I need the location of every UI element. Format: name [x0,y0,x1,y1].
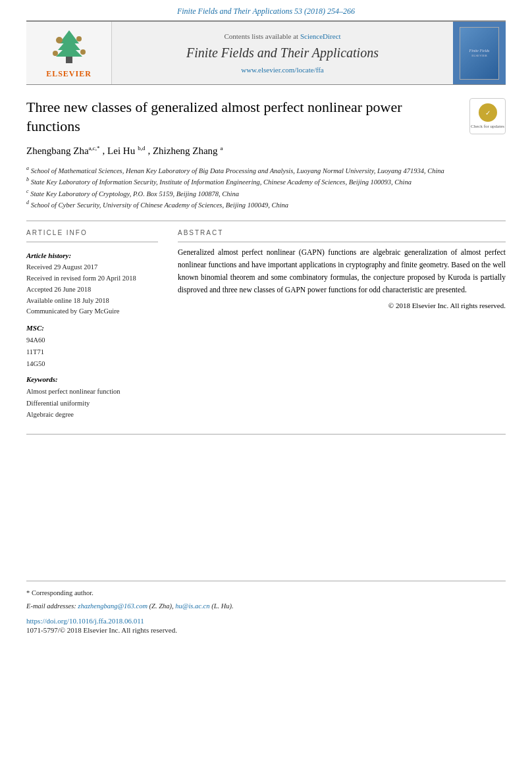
journal-url[interactable]: www.elsevier.com/locate/ffa [241,66,324,74]
contents-label: Contents lists available at [224,32,298,40]
article-history-block: Article history: Received 29 August 2017… [26,242,158,317]
svg-point-6 [53,51,58,56]
journal-banner: ELSEVIER Contents lists available at Sci… [26,20,506,85]
keyword-2: Differential uniformity [26,398,158,409]
received-date: Received 29 August 2017 [26,262,158,273]
check-updates-icon: ✓ [479,103,497,122]
comma-2: , Zhizheng Zhang [147,145,217,156]
sciencedirect-line: Contents lists available at ScienceDirec… [224,32,340,40]
affiliation-a: a School of Mathematical Sciences, Henan… [26,165,506,176]
rights-line: 1071-5797/© 2018 Elsevier Inc. All right… [26,626,506,634]
article-info-abstract: ARTICLE INFO Article history: Received 2… [26,229,506,421]
footer: * Corresponding author. E-mail addresses… [26,581,506,634]
article-info-col: ARTICLE INFO Article history: Received 2… [26,229,158,421]
journal-cover: Finite Fields ELSEVIER [453,22,506,84]
authors-line: Zhengbang Zhaa,c,*, Lei Hub,d, Zhizheng … [26,145,506,157]
abstract-block: Generalized almost perfect nonlinear (GA… [178,242,506,309]
doi-link[interactable]: https://doi.org/10.1016/j.ffa.2018.06.01… [26,617,506,625]
keywords-block: Keywords: Almost perfect nonlinear funct… [26,375,158,421]
email-label: E-mail addresses: [26,602,76,610]
msc-code-3: 14G50 [26,358,158,370]
affiliation-b: b State Key Laboratory of Information Se… [26,176,506,187]
msc-code-1: 94A60 [26,334,158,346]
svg-text:✓: ✓ [485,109,491,117]
history-title: Article history: [26,251,158,259]
svg-point-7 [80,49,86,55]
email-2-link[interactable]: hu@is.ac.cn [175,602,209,610]
msc-block: MSC: 94A60 11T71 14G50 [26,324,158,370]
affiliation-d: d School of Cyber Security, University o… [26,199,506,210]
msc-code-2: 11T71 [26,346,158,358]
article-info-header: ARTICLE INFO [26,229,158,236]
email-1-link[interactable]: zhazhengbang@163.com [78,602,147,610]
corresponding-note: * Corresponding author. [26,588,506,598]
affiliation-c: c State Key Laboratory of Cryptology, P.… [26,188,506,199]
main-content: ✓ Check for updates Three new classes of… [26,85,506,449]
available-date: Available online 18 July 2018 [26,296,158,307]
journal-title-area: Contents lists available at ScienceDirec… [112,22,453,84]
elsevier-label: ELSEVIER [46,69,92,79]
check-updates-badge[interactable]: ✓ Check for updates [469,98,506,134]
email-2-name: (L. Hu). [211,602,234,610]
author-1: Zhengbang Zha [26,145,89,156]
affiliations-block: a School of Mathematical Sciences, Henan… [26,165,506,210]
section-divider-1 [26,221,506,221]
keyword-1: Almost perfect nonlinear function [26,386,158,398]
author-3-sup: a [221,145,223,151]
keywords-title: Keywords: [26,375,158,383]
paper-title: Three new classes of generalized almost … [26,98,506,136]
svg-point-4 [56,37,63,43]
copyright-text: © 2018 Elsevier Inc. All rights reserved… [178,302,506,309]
author-1-sup: a,c,* [89,145,100,151]
abstract-col: ABSTRACT Generalized almost perfect nonl… [178,229,506,421]
elsevier-logo: ELSEVIER [26,22,112,84]
keyword-3: Algebraic degree [26,409,158,421]
revised-date: Received in revised form 20 April 2018 [26,273,158,284]
journal-title: Finite Fields and Their Applications [186,45,379,61]
accepted-date: Accepted 26 June 2018 [26,284,158,296]
email-1-name: (Z. Zha), [149,602,174,610]
msc-title: MSC: [26,324,158,332]
abstract-text: Generalized almost perfect nonlinear (GA… [178,246,506,296]
sciencedirect-link[interactable]: ScienceDirect [300,32,341,40]
svg-rect-0 [66,57,72,63]
journal-header-link: Finite Fields and Their Applications 53 … [0,0,532,20]
comma-1: , Lei Hu [103,145,136,156]
tree-logo-svg [46,27,92,66]
author-2-sup: b,d [138,145,145,151]
svg-point-5 [76,36,82,41]
section-divider-2 [26,434,506,435]
check-updates-label: Check for updates [471,124,504,129]
email-line: E-mail addresses: zhazhengbang@163.com (… [26,601,506,612]
communicated-by: Communicated by Gary McGuire [26,306,158,317]
cover-book-image: Finite Fields ELSEVIER [460,27,499,80]
abstract-header: ABSTRACT [178,229,506,236]
